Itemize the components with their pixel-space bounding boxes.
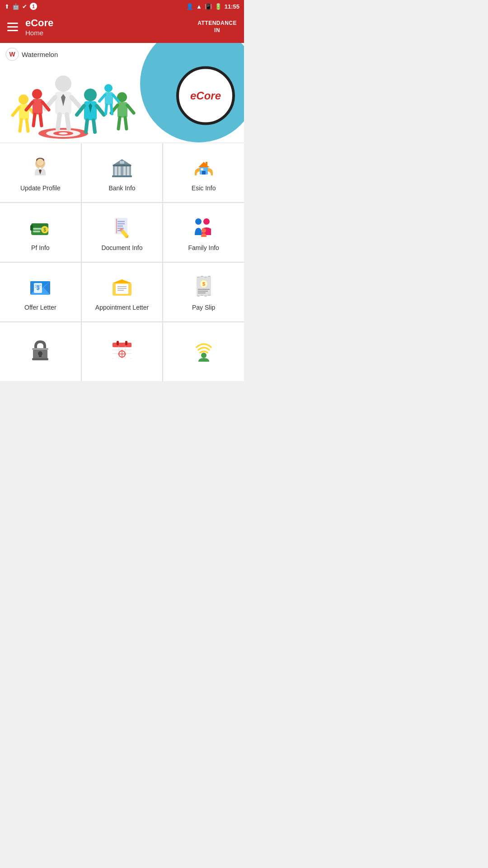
svg-point-82 — [195, 218, 202, 225]
family-info-label: Family Info — [188, 244, 219, 251]
svg-rect-53 — [118, 166, 121, 175]
watermelon-text: Watermelon — [22, 51, 58, 58]
svg-rect-63 — [201, 168, 203, 170]
svg-rect-33 — [117, 102, 127, 118]
esic-info-icon — [192, 156, 216, 179]
grid-item-offer-letter[interactable]: $ Offer Letter — [0, 263, 81, 321]
svg-point-122 — [201, 353, 206, 358]
svg-rect-56 — [112, 175, 132, 177]
wifi-icon: ▲ — [196, 3, 202, 10]
grid-item-lock[interactable] — [0, 322, 81, 381]
grid-item-family-info[interactable]: Family Info — [163, 203, 244, 262]
svg-rect-49 — [39, 167, 41, 170]
svg-line-25 — [27, 120, 28, 131]
attendance-label: ATTENDANCE — [197, 20, 237, 27]
check-icon: ✔ — [22, 3, 27, 10]
esic-info-label: Esic Info — [192, 184, 216, 192]
android-icon: 🤖 — [12, 3, 19, 10]
svg-rect-109 — [32, 348, 48, 350]
grid-item-pf-info[interactable]: $ Pf Info — [0, 203, 81, 262]
svg-text:$: $ — [44, 227, 47, 232]
svg-rect-52 — [115, 166, 117, 175]
banner-illustration — [0, 54, 140, 142]
svg-point-47 — [37, 159, 44, 166]
svg-point-5 — [59, 132, 68, 135]
svg-rect-69 — [33, 231, 40, 232]
svg-line-37 — [125, 118, 127, 129]
pf-info-label: Pf Info — [31, 244, 49, 251]
svg-text:$: $ — [37, 285, 40, 291]
svg-line-10 — [71, 97, 81, 108]
status-icons-right: 👤 ▲ 📳 🔋 11:55 — [186, 3, 239, 10]
svg-line-17 — [97, 106, 104, 115]
grid-item-esic-info[interactable]: Esic Info — [163, 143, 244, 202]
svg-point-83 — [203, 218, 210, 225]
svg-line-35 — [127, 105, 134, 113]
watermelon-logo-icon: W — [5, 47, 19, 61]
pf-info-icon: $ — [28, 215, 52, 239]
svg-line-12 — [67, 114, 69, 129]
calendar-icon — [110, 338, 134, 362]
svg-rect-54 — [123, 166, 126, 175]
grid-item-remote[interactable] — [163, 322, 244, 381]
svg-point-13 — [84, 89, 97, 101]
svg-rect-70 — [30, 225, 33, 231]
svg-marker-94 — [113, 279, 131, 283]
watermelon-brand: W Watermelon — [5, 47, 58, 61]
update-profile-label: Update Profile — [20, 184, 61, 192]
status-time: 11:55 — [225, 3, 239, 10]
family-info-icon — [192, 215, 216, 239]
svg-line-18 — [86, 120, 87, 132]
svg-point-38 — [104, 84, 113, 92]
offer-letter-icon: $ — [28, 275, 52, 298]
svg-marker-60 — [198, 162, 209, 167]
svg-point-20 — [19, 94, 28, 104]
svg-rect-68 — [33, 228, 42, 230]
battery-icon: 🔋 — [215, 3, 222, 10]
lock-icon — [28, 338, 52, 362]
svg-rect-55 — [127, 166, 129, 175]
svg-line-40 — [99, 95, 105, 101]
svg-rect-107 — [39, 354, 42, 357]
svg-point-6 — [55, 75, 71, 92]
svg-rect-62 — [202, 171, 206, 175]
document-info-icon — [110, 215, 134, 239]
appointment-letter-icon — [110, 275, 134, 298]
grid-item-update-profile[interactable]: Update Profile — [0, 143, 81, 202]
svg-rect-108 — [32, 358, 48, 360]
document-info-label: Document Info — [101, 244, 142, 251]
offer-letter-label: Offer Letter — [24, 304, 56, 311]
hamburger-menu[interactable] — [7, 23, 18, 31]
grid-item-calendar[interactable] — [82, 322, 163, 381]
page-subtitle: Home — [25, 29, 53, 37]
svg-rect-61 — [206, 162, 207, 165]
vibrate-icon: 📳 — [205, 3, 212, 10]
bank-info-label: Bank Info — [108, 184, 135, 192]
banner: W Watermelon eCore — [0, 43, 244, 142]
notification-badge: 1 — [30, 3, 37, 10]
remote-icon — [192, 338, 216, 362]
grid-item-pay-slip[interactable]: $ Pay Slip — [163, 263, 244, 321]
status-icons-left: ⬆ 🤖 ✔ 1 — [5, 3, 37, 10]
grid-item-document-info[interactable]: Document Info — [82, 203, 163, 262]
svg-rect-58 — [120, 161, 124, 164]
header-left: eCore Home — [7, 17, 53, 37]
svg-text:W: W — [9, 51, 15, 58]
header-title-group: eCore Home — [25, 17, 53, 37]
svg-rect-27 — [33, 99, 42, 114]
grid-container: Update Profile Bank Info — [0, 143, 244, 381]
svg-rect-114 — [125, 341, 127, 345]
bank-info-icon — [110, 156, 134, 179]
svg-line-24 — [20, 120, 21, 131]
svg-line-30 — [33, 114, 35, 126]
grid-item-bank-info[interactable]: Bank Info — [82, 143, 163, 202]
grid-item-appointment-letter[interactable]: Appointment Letter — [82, 263, 163, 321]
svg-rect-112 — [113, 343, 131, 347]
appointment-letter-label: Appointment Letter — [95, 304, 149, 311]
pay-slip-icon: $ — [192, 275, 216, 298]
attendance-button[interactable]: ATTENDANCE IN — [197, 20, 237, 34]
header: eCore Home ATTENDANCE IN — [0, 13, 244, 43]
svg-rect-39 — [105, 92, 113, 105]
svg-line-43 — [111, 105, 112, 114]
ecore-circle-text: eCore — [190, 90, 221, 102]
